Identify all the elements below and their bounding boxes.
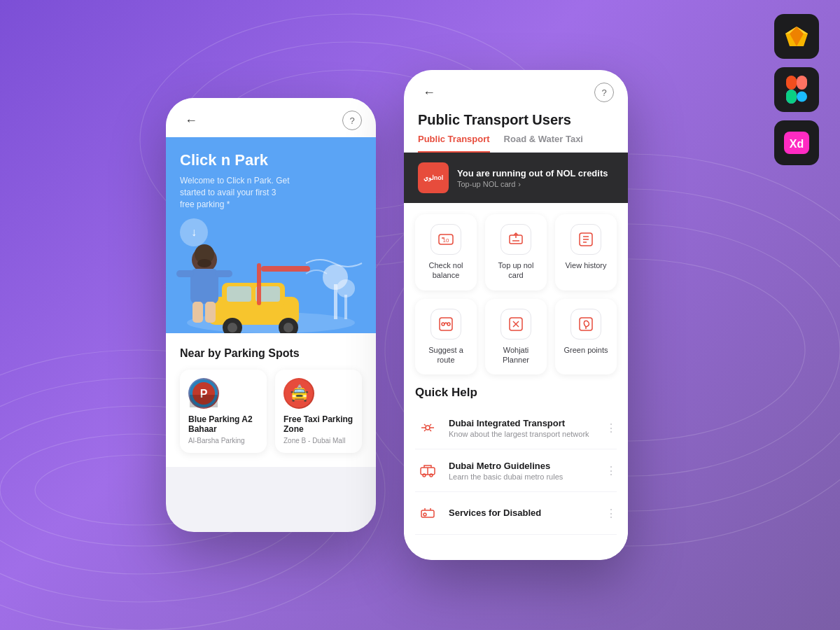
nearby-parking-title: Near by Parking Spots <box>180 347 362 360</box>
nol-main-text: You are running out of NOL credits <box>457 168 614 178</box>
svg-point-59 <box>442 323 444 326</box>
svg-point-69 <box>430 474 433 477</box>
help-item-3-text: Services for Disabled <box>449 507 597 519</box>
parking-name-1: Blue Parking A2 Bahaar <box>188 414 258 434</box>
nol-text: You are running out of NOL credits Top-u… <box>457 168 614 188</box>
actions-grid: 10 Check nol balance <box>404 203 628 386</box>
svg-point-40 <box>197 259 211 267</box>
svg-rect-45 <box>205 302 216 323</box>
phone2-inner: ← ? Public Transport Users Public Transp… <box>404 70 628 560</box>
phones-container: ← ? Click n Park Welcome to Click n Park… <box>166 70 628 560</box>
wohjati-label: Wohjati Planner <box>492 345 540 365</box>
parking-icon-2: 🚖 <box>284 378 314 409</box>
svg-rect-20 <box>786 90 797 104</box>
top-up-label: Top up nol card <box>492 260 540 281</box>
parking-name-2: Free Taxi Parking Zone <box>284 414 354 434</box>
phone1-body: Near by Parking Spots P Blue Parking A2 … <box>166 333 376 467</box>
svg-point-60 <box>447 323 450 326</box>
phone2-header: ← ? <box>404 70 628 104</box>
action-view-history[interactable]: View history <box>555 214 617 290</box>
help-item-3-title: Services for Disabled <box>449 507 597 518</box>
action-wohjati[interactable]: Wohjati Planner <box>485 299 547 375</box>
view-history-label: View history <box>565 260 606 270</box>
action-suggest-route[interactable]: Suggest a route <box>415 299 477 375</box>
nol-banner[interactable]: لوي nol You are running out of NOL credi… <box>404 153 628 203</box>
svg-rect-49 <box>190 395 218 407</box>
green-points-icon <box>570 309 601 340</box>
phone1-illustration <box>166 193 376 333</box>
xd-icon[interactable]: Xd <box>774 120 819 165</box>
svg-rect-41 <box>190 269 218 304</box>
help-item-1[interactable]: Dubai Integrated Transport Know about th… <box>415 407 617 449</box>
svg-text:Xd: Xd <box>790 138 804 150</box>
help-item-2-sub: Learn the basic dubai metro rules <box>449 472 597 481</box>
parking-spot-1[interactable]: P Blue Parking A2 Bahaar Al-Barsha Parki… <box>180 370 267 453</box>
help-item-1-more: ⋮ <box>606 421 617 435</box>
phone1-back-button[interactable]: ← <box>180 109 202 132</box>
help-item-2-icon <box>415 458 440 483</box>
svg-point-35 <box>284 323 293 332</box>
svg-rect-42 <box>176 270 194 277</box>
help-item-3[interactable]: Services for Disabled ⋮ <box>415 492 617 535</box>
action-check-nol[interactable]: 10 Check nol balance <box>415 214 477 290</box>
help-item-1-text: Dubai Integrated Transport Know about th… <box>449 418 597 438</box>
wohjati-icon <box>500 309 531 340</box>
phone2-help-button[interactable]: ? <box>594 83 614 102</box>
help-item-1-sub: Know about the largest transport network <box>449 430 597 438</box>
suggest-route-icon <box>430 309 461 340</box>
phone2-title: Public Transport Users <box>404 104 628 128</box>
svg-point-33 <box>227 323 237 332</box>
help-item-2-more: ⋮ <box>606 464 617 477</box>
help-item-2-title: Dubai Metro Guidelines <box>449 461 597 471</box>
svg-point-66 <box>426 426 430 430</box>
svg-rect-36 <box>257 263 261 305</box>
phone1-help-button[interactable]: ? <box>342 111 362 130</box>
phone1-hero-title: Click n Park <box>180 151 362 169</box>
help-item-1-icon <box>415 415 440 440</box>
nol-sub-text: Top-up NOL card › <box>457 180 614 188</box>
phone-2: ← ? Public Transport Users Public Transp… <box>404 70 628 560</box>
svg-point-74 <box>424 513 426 516</box>
help-item-2[interactable]: Dubai Metro Guidelines Learn the basic d… <box>415 449 617 492</box>
svg-point-19 <box>797 92 807 102</box>
figma-icon[interactable] <box>774 67 819 112</box>
quick-help-title: Quick Help <box>404 386 628 407</box>
nol-logo: لوي nol <box>418 162 449 193</box>
top-up-icon <box>500 224 531 255</box>
check-nol-icon: 10 <box>430 224 461 255</box>
svg-rect-43 <box>215 270 232 277</box>
help-item-1-title: Dubai Integrated Transport <box>449 418 597 428</box>
svg-rect-17 <box>797 76 807 90</box>
help-item-2-text: Dubai Metro Guidelines Learn the basic d… <box>449 461 597 481</box>
parking-sub-2: Zone B - Dubai Mall <box>284 437 354 444</box>
phone2-back-button[interactable]: ← <box>418 81 440 104</box>
app-icons-panel: Xd <box>774 14 819 165</box>
svg-rect-44 <box>192 302 203 323</box>
parking-icon-1: P <box>188 378 219 409</box>
svg-rect-30 <box>227 286 251 302</box>
action-green-points[interactable]: Green points <box>555 299 617 375</box>
phone1-hero: Click n Park Welcome to Click n Park. Ge… <box>166 137 376 333</box>
svg-rect-16 <box>786 76 797 90</box>
svg-rect-37 <box>261 266 310 272</box>
tabs-row: Public Transport Road & Water Taxi <box>404 128 628 153</box>
help-item-3-icon <box>415 500 440 526</box>
tab-road-water-taxi[interactable]: Road & Water Taxi <box>504 134 583 153</box>
action-top-up[interactable]: Top up nol card <box>485 214 547 290</box>
help-item-3-more: ⋮ <box>606 507 617 520</box>
svg-point-27 <box>337 279 355 298</box>
phone1-header: ← ? <box>166 98 376 137</box>
svg-rect-26 <box>344 295 347 319</box>
svg-point-68 <box>423 474 426 477</box>
svg-text:🚖: 🚖 <box>290 384 309 402</box>
view-history-icon <box>570 224 601 255</box>
parking-sub-1: Al-Barsha Parking <box>188 437 258 444</box>
check-nol-label: Check nol balance <box>422 260 470 281</box>
suggest-route-label: Suggest a route <box>422 345 470 365</box>
sketch-icon[interactable] <box>774 14 819 59</box>
help-items-list: Dubai Integrated Transport Know about th… <box>404 407 628 535</box>
parking-spot-2[interactable]: 🚖 Free Taxi Parking Zone Zone B - Dubai … <box>275 370 362 453</box>
parking-spots-list: P Blue Parking A2 Bahaar Al-Barsha Parki… <box>180 370 362 453</box>
tab-public-transport[interactable]: Public Transport <box>418 134 490 153</box>
phone-1: ← ? Click n Park Welcome to Click n Park… <box>166 98 376 532</box>
